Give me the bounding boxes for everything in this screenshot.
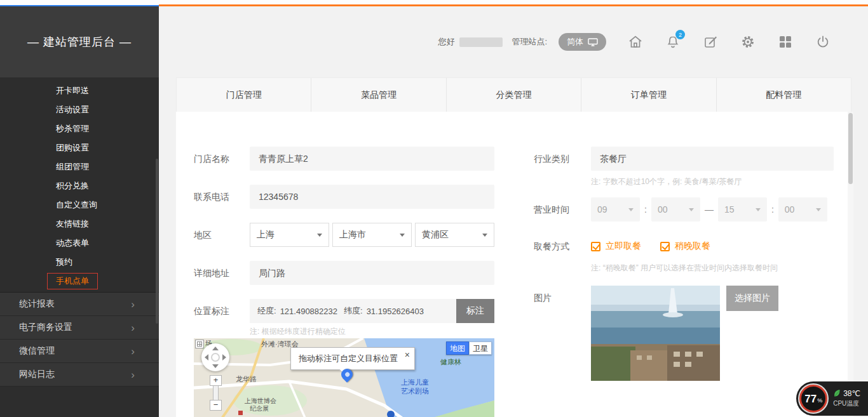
content-scrollbar-thumb[interactable] [848, 113, 853, 184]
phone-label: 联系电话 [194, 185, 250, 209]
close-hour-value: 15 [724, 204, 735, 215]
store-photo-thumbnail[interactable] [591, 286, 720, 381]
app-title: — 建站管理后台 — [0, 6, 159, 77]
content-scrollbar-track[interactable] [848, 112, 853, 417]
map-pan-control[interactable] [201, 343, 229, 371]
top-header: 您好 管理站点: 简体 2 [159, 6, 868, 77]
chevron-right-icon: › [131, 369, 135, 380]
cpu-usage-value: 77 [804, 394, 817, 404]
satellite-view-button[interactable]: 卫星 [469, 341, 492, 355]
zoom-in-button[interactable]: + [210, 375, 222, 386]
cpu-usage-gauge: 77 % [799, 385, 827, 413]
language-label: 简体 [567, 36, 583, 48]
store-name-input[interactable]: 青青原上草2 [250, 147, 494, 171]
map-label-theatre-1: 上海儿童 [401, 378, 429, 387]
site-label: 管理站点: [512, 36, 547, 48]
language-button[interactable]: 简体 [559, 33, 606, 51]
cpu-temp-label: CPU温度 [833, 399, 860, 408]
edit-button[interactable] [702, 34, 719, 50]
power-icon [815, 34, 831, 50]
checkbox-checked-icon[interactable] [660, 242, 670, 251]
sidebar-scrollbar[interactable] [156, 159, 158, 324]
industry-input[interactable]: 茶餐厅 [591, 147, 834, 171]
zoom-slider[interactable] [213, 386, 219, 400]
sidebar-item-custom-query[interactable]: 自定义查询 [0, 195, 159, 215]
zoom-out-button[interactable]: − [210, 400, 222, 411]
coordinates-display[interactable]: 经度: 121.490882232 纬度: 31.1952626403 [250, 299, 456, 323]
pickup-label: 取餐方式 [534, 239, 591, 254]
province-select[interactable]: 上海 [250, 223, 329, 247]
close-icon[interactable]: × [405, 350, 410, 360]
choose-image-button[interactable]: 选择图片 [726, 286, 778, 311]
open-hour-select[interactable]: 09 [591, 197, 640, 222]
map-label-park: 健康林 [440, 357, 461, 367]
sidebar-item-dynamic-form[interactable]: 动态表单 [0, 234, 159, 253]
tab-ingredient-management[interactable]: 配料管理 [717, 78, 851, 112]
industry-note: 注: 字数不超过10个字，例: 美食/粤菜/茶餐厅 [591, 176, 742, 187]
location-note: 注: 根据经纬度进行精确定位 [250, 326, 346, 337]
pickup-option-later[interactable]: 稍晚取餐 [660, 241, 710, 252]
logout-button[interactable] [815, 34, 831, 50]
city-value: 上海市 [339, 229, 366, 241]
sidebar-item-points-exchange[interactable]: 积分兑换 [0, 176, 159, 195]
address-input[interactable]: 局门路 [250, 261, 494, 285]
sidebar-item-groupbuy[interactable]: 团购设置 [0, 138, 159, 157]
tab-category-management[interactable]: 分类管理 [447, 78, 581, 112]
close-hour-select[interactable]: 15 [718, 197, 767, 222]
sidebar-item-activity-settings[interactable]: 活动设置 [0, 100, 159, 119]
pan-up-icon[interactable] [212, 347, 219, 350]
sidebar-section-site-logs[interactable]: 网站日志› [0, 363, 159, 387]
tab-order-management[interactable]: 订单管理 [581, 78, 716, 112]
checkbox-checked-icon[interactable] [591, 242, 600, 251]
sidebar-section-ecommerce-settings[interactable]: 电子商务设置› [0, 316, 159, 340]
pan-right-icon[interactable] [222, 354, 226, 361]
phone-input[interactable]: 12345678 [250, 185, 494, 209]
sidebar-item-reservation[interactable]: 预约 [0, 253, 159, 272]
sidebar-section-stats-report[interactable]: 统计报表› [0, 293, 159, 316]
notifications-button[interactable]: 2 [665, 34, 681, 50]
settings-button[interactable] [740, 34, 756, 50]
page: — 建站管理后台 — 开卡即送 活动设置 秒杀管理 团购设置 组团管理 积分兑换… [0, 0, 868, 417]
latitude-value: 31.1952626403 [367, 307, 424, 316]
pan-down-icon[interactable] [212, 364, 219, 368]
map-zoom-control: + − [210, 375, 222, 411]
username-redacted [459, 37, 503, 47]
store-name-value: 青青原上草2 [259, 154, 308, 164]
close-minute-select[interactable]: 00 [778, 197, 827, 222]
map-overview-icon[interactable] [195, 340, 204, 348]
caret-down-icon [317, 234, 322, 237]
image-row: 图片 [534, 286, 834, 381]
caret-down-icon [756, 208, 761, 211]
industry-label: 行业类别 [534, 147, 591, 171]
hours-row: 营业时间 09 : 00 — 15 : 00 [534, 197, 834, 222]
tab-dish-management[interactable]: 菜品管理 [311, 78, 446, 112]
sidebar-item-flashsale[interactable]: 秒杀管理 [0, 119, 159, 138]
tab-store-management[interactable]: 门店管理 [177, 78, 311, 112]
district-select[interactable]: 黄浦区 [415, 223, 494, 247]
map-view-button[interactable]: 地图 [446, 341, 469, 355]
map-widget[interactable]: 场 外滩·湾璟会 健康林 龙华路 上海世博会 纪念展 上海儿童 艺术剧场 + [194, 338, 494, 417]
city-select[interactable]: 上海市 [332, 223, 412, 247]
pickup-option-immediate[interactable]: 立即取餐 [591, 241, 641, 252]
open-minute-select[interactable]: 00 [651, 197, 700, 222]
photo-image [591, 286, 720, 381]
mark-button[interactable]: 标注 [456, 299, 494, 323]
map-label-road: 龙华路 [236, 374, 257, 384]
sidebar-item-team[interactable]: 组团管理 [0, 157, 159, 176]
location-box: 经度: 121.490882232 纬度: 31.1952626403 标注 [250, 299, 494, 323]
sidebar-item-label: 组团管理 [56, 162, 89, 171]
latitude-label: 纬度: [344, 305, 363, 317]
sidebar-item-label-active: 手机点单 [47, 273, 98, 289]
sidebar-item-card-gift[interactable]: 开卡即送 [0, 81, 159, 100]
store-name-label: 门店名称 [194, 147, 250, 171]
sidebar-item-mobile-order[interactable]: 手机点单 [0, 272, 159, 291]
sidebar-item-links[interactable]: 友情链接 [0, 215, 159, 234]
sidebar-section-wechat-management[interactable]: 微信管理› [0, 340, 159, 363]
cpu-temp-value: 38℃ [843, 389, 860, 398]
apps-button[interactable] [777, 34, 794, 50]
pickup-option-label: 立即取餐 [606, 241, 641, 252]
pan-left-icon[interactable] [205, 354, 208, 361]
main-area: 您好 管理站点: 简体 2 [159, 6, 868, 417]
home-button[interactable] [627, 34, 644, 50]
monitor-icon [588, 38, 598, 46]
